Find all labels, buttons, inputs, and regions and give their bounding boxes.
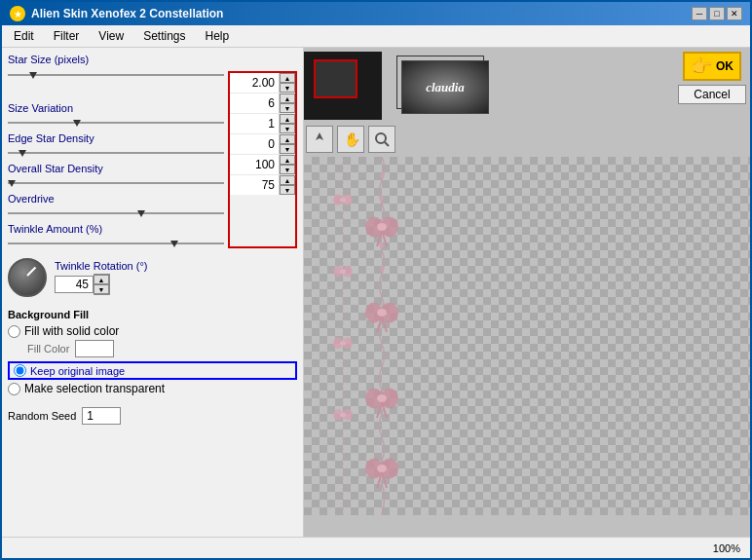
menu-view[interactable]: View	[91, 27, 132, 45]
size-variation-label: Size Variation	[8, 102, 73, 114]
svg-point-28	[377, 309, 387, 317]
overdrive-slider[interactable]	[8, 212, 224, 214]
random-seed-input[interactable]	[82, 407, 121, 425]
star-size-up[interactable]: ▲	[280, 73, 295, 83]
preview-thumbnail	[304, 52, 382, 120]
edge-star-up[interactable]: ▲	[280, 114, 295, 124]
checkered-background	[304, 157, 750, 515]
overall-star-up[interactable]: ▲	[280, 134, 295, 144]
random-seed-row: Random Seed	[8, 407, 297, 425]
claudia-text: claudia	[426, 80, 465, 95]
background-fill-section: Background Fill Fill with solid color Fi…	[8, 309, 297, 397]
selection-transparent-row: Make selection transparent	[8, 382, 297, 395]
ok-label: OK	[716, 59, 733, 73]
twinkle-amount-down[interactable]: ▼	[280, 185, 295, 195]
twinkle-rotation-section: Twinkle Rotation (°) ▲ ▼	[8, 258, 297, 297]
keep-original-radio[interactable]	[14, 364, 26, 377]
svg-line-2	[385, 142, 389, 146]
fill-color-swatch[interactable]	[75, 340, 114, 357]
overall-star-input-row: ▲ ▼	[230, 134, 295, 155]
twinkle-amount-input[interactable]	[230, 175, 279, 195]
size-variation-input[interactable]	[230, 93, 279, 113]
title-bar-left: ★ Alien Skin Xenofex 2 Constellation	[10, 6, 223, 21]
edge-star-slider[interactable]	[8, 152, 224, 154]
overdrive-down[interactable]: ▼	[280, 165, 295, 174]
twinkle-dial[interactable]	[8, 258, 47, 297]
preview-area[interactable]	[304, 157, 750, 515]
maximize-button[interactable]: □	[709, 7, 725, 20]
twinkle-amount-spin: ▲ ▼	[279, 175, 295, 195]
size-variation-label-row: Size Variation	[8, 97, 224, 119]
menu-settings[interactable]: Settings	[135, 27, 193, 45]
overdrive-input-row: ▲ ▼	[230, 155, 295, 175]
star-size-slider[interactable]	[8, 74, 224, 76]
fill-solid-row: Fill with solid color	[8, 324, 297, 338]
svg-point-15	[340, 413, 346, 417]
main-window: ★ Alien Skin Xenofex 2 Constellation ─ □…	[0, 0, 752, 560]
main-content: Star Size (pixels) Size Variation	[2, 48, 750, 537]
twinkle-rotation-down[interactable]: ▼	[94, 284, 109, 294]
ok-hand-icon: 👉	[691, 56, 712, 77]
twinkle-amount-slider-row	[8, 240, 224, 247]
size-variation-slider[interactable]	[8, 122, 224, 124]
star-size-spin: ▲ ▼	[279, 73, 295, 93]
star-size-input-row: ▲ ▼	[230, 73, 295, 93]
selection-transparent-label: Make selection transparent	[24, 382, 165, 395]
edge-star-input[interactable]	[230, 114, 279, 133]
edge-star-input-row: ▲ ▼	[230, 114, 295, 134]
twinkle-amount-up[interactable]: ▲	[280, 175, 295, 185]
svg-point-33	[377, 394, 387, 402]
svg-point-23	[377, 223, 387, 231]
overdrive-label: Overdrive	[8, 193, 55, 205]
twinkle-rotation-input[interactable]	[55, 276, 94, 293]
overdrive-input[interactable]	[230, 155, 279, 174]
menu-help[interactable]: Help	[198, 27, 238, 45]
menu-filter[interactable]: Filter	[46, 27, 88, 45]
overall-star-slider-row	[8, 179, 224, 187]
claudia-logo: claudia	[401, 60, 489, 114]
keep-original-row: Keep original image	[8, 361, 297, 380]
overall-star-slider[interactable]	[8, 182, 224, 184]
edge-star-slider-row	[8, 149, 224, 157]
close-button[interactable]: ✕	[727, 7, 742, 20]
overall-star-label-row: Overall Star Density	[8, 158, 224, 179]
star-size-input[interactable]	[230, 73, 279, 93]
title-buttons[interactable]: ─ □ ✕	[692, 7, 742, 20]
size-variation-down[interactable]: ▼	[280, 103, 295, 113]
zoom-icon	[373, 131, 391, 148]
hand-icon: ✋	[342, 131, 359, 148]
title-bar: ★ Alien Skin Xenofex 2 Constellation ─ □…	[2, 2, 750, 25]
hand-tool-button[interactable]: ✋	[337, 126, 364, 153]
claudia-logo-panel: claudia	[396, 56, 484, 109]
zoom-tool-button[interactable]	[368, 126, 395, 153]
inputs-column: ▲ ▼ ▲ ▼ ▲	[228, 71, 297, 248]
svg-point-9	[340, 270, 346, 274]
fill-solid-label: Fill with solid color	[24, 324, 119, 338]
zoom-level: 100%	[713, 542, 740, 554]
cancel-button[interactable]: Cancel	[678, 85, 746, 104]
overdrive-up[interactable]: ▲	[280, 155, 295, 165]
minimize-button[interactable]: ─	[692, 7, 707, 20]
twinkle-amount-slider[interactable]	[8, 243, 224, 244]
size-variation-up[interactable]: ▲	[280, 93, 295, 103]
selection-transparent-radio[interactable]	[8, 383, 20, 395]
window-title: Alien Skin Xenofex 2 Constellation	[31, 7, 223, 20]
twinkle-rotation-input-group: ▲ ▼	[55, 274, 148, 295]
star-size-slider-row	[8, 71, 224, 79]
twinkle-rotation-up[interactable]: ▲	[94, 275, 109, 284]
size-variation-spin: ▲ ▼	[279, 93, 295, 113]
fill-solid-radio[interactable]	[8, 325, 20, 338]
overdrive-label-row: Overdrive	[8, 188, 224, 209]
background-fill-label: Background Fill	[8, 309, 297, 320]
overall-star-input[interactable]	[230, 134, 279, 154]
star-size-down[interactable]: ▼	[280, 83, 295, 93]
fill-color-row: Fill Color	[27, 340, 297, 357]
overall-star-down[interactable]: ▼	[280, 144, 295, 154]
menu-edit[interactable]: Edit	[6, 27, 42, 45]
twinkle-amount-label: Twinkle Amount (%)	[8, 223, 102, 235]
fill-color-label: Fill Color	[27, 343, 69, 355]
navigate-tool-button[interactable]	[306, 126, 333, 153]
edge-star-down[interactable]: ▼	[280, 124, 295, 133]
ok-button[interactable]: 👉 OK	[683, 52, 741, 81]
edge-star-spin: ▲ ▼	[279, 114, 295, 133]
